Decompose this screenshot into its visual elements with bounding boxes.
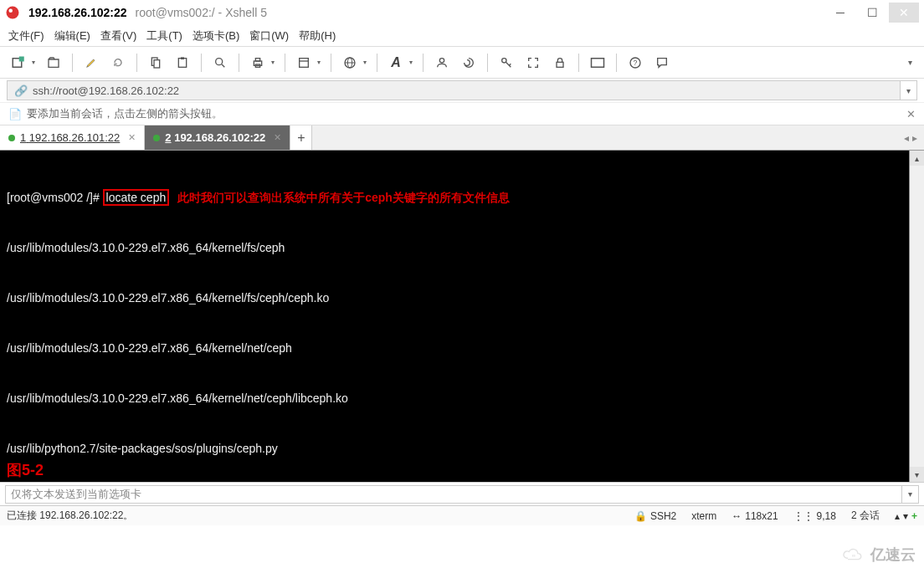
svg-point-19	[502, 58, 506, 62]
status-dot-icon	[153, 135, 160, 141]
statusbar: 已连接 192.168.26.102:22。 🔒SSH2 xterm ↔ 118…	[0, 505, 924, 525]
separator	[285, 54, 285, 72]
menu-view[interactable]: 查看(V)	[100, 28, 136, 43]
command-highlight: locate ceph	[103, 189, 170, 206]
terminal[interactable]: [root@vms002 /]# locate ceph此时我们可以查询出系统中…	[0, 151, 909, 482]
dropdown-icon[interactable]: ▾	[409, 59, 413, 66]
terminal-line: /usr/lib/modules/3.10.0-229.el7.x86_64/k…	[7, 239, 902, 256]
menu-tools[interactable]: 工具(T)	[146, 28, 182, 43]
status-size-text: 118x21	[745, 510, 778, 522]
menu-window[interactable]: 窗口(W)	[249, 28, 289, 43]
address-text: ssh://root@192.168.26.102:22	[33, 84, 179, 97]
open-session-icon[interactable]	[42, 51, 65, 74]
lock-icon[interactable]	[548, 51, 572, 74]
hint-bar: 📄 要添加当前会话，点击左侧的箭头按钮。 ✕	[0, 102, 924, 125]
window-title-sub: root@vms002:/ - Xshell 5	[136, 6, 267, 19]
separator	[616, 54, 617, 72]
help-icon[interactable]: ?	[624, 51, 647, 74]
cloud-icon: ∞	[842, 546, 865, 563]
lock-icon: 🔒	[634, 510, 647, 522]
dropdown-icon[interactable]: ▾	[317, 59, 321, 66]
globe-icon[interactable]	[338, 51, 362, 74]
dropdown-icon[interactable]: ▾	[32, 59, 35, 66]
toolbar: ▾ ▾ ▾ ▾ A▾ ? ▾	[0, 47, 924, 79]
tab-close-icon[interactable]: ✕	[128, 132, 136, 143]
status-term: xterm	[691, 510, 716, 522]
terminal-line: /usr/lib/modules/3.10.0-229.el7.x86_64/k…	[7, 390, 902, 407]
toolbar-overflow-icon[interactable]: ▾	[908, 58, 917, 67]
status-dot-icon	[8, 135, 15, 141]
menu-tabs[interactable]: 选项卡(B)	[192, 28, 239, 43]
copy-icon[interactable]	[144, 51, 167, 74]
chat-icon[interactable]	[650, 51, 674, 74]
nav-down-icon[interactable]: ▾	[903, 510, 908, 522]
tab-number: 1	[20, 131, 26, 144]
search-icon[interactable]	[208, 51, 232, 74]
dropdown-icon[interactable]: ▾	[363, 59, 367, 66]
session-tab-1[interactable]: 1 192.168.26.101:22 ✕	[0, 125, 145, 150]
close-button[interactable]: ✕	[889, 3, 919, 23]
paste-icon[interactable]	[171, 51, 194, 74]
add-tab-button[interactable]: +	[290, 125, 312, 150]
send-input[interactable]: 仅将文本发送到当前选项卡	[5, 485, 902, 504]
user-icon[interactable]	[430, 51, 454, 74]
svg-rect-3	[19, 56, 24, 61]
terminal-line: [root@vms002 /]# locate ceph此时我们可以查询出系统中…	[7, 189, 902, 206]
svg-point-1	[9, 9, 13, 13]
window-title-main: 192.168.26.102:22	[28, 6, 127, 19]
scroll-up-icon[interactable]: ▴	[910, 151, 924, 166]
reconnect-icon[interactable]	[106, 51, 130, 74]
status-protocol: 🔒SSH2	[634, 510, 676, 522]
address-input[interactable]: 🔗 ssh://root@192.168.26.102:22	[7, 80, 901, 100]
tab-close-icon[interactable]: ✕	[274, 132, 281, 143]
new-session-icon[interactable]	[7, 51, 30, 74]
svg-rect-13	[300, 58, 309, 67]
send-dropdown-icon[interactable]: ▾	[902, 485, 919, 504]
hint-arrow-icon[interactable]: 📄	[8, 108, 22, 120]
maximize-button[interactable]: ☐	[857, 3, 887, 23]
minimize-button[interactable]: ─	[825, 3, 855, 23]
fullscreen-icon[interactable]	[521, 51, 545, 74]
hint-close-icon[interactable]: ✕	[906, 108, 916, 120]
nav-up-icon[interactable]: ▴	[895, 510, 900, 522]
status-proto-text: SSH2	[650, 510, 676, 522]
separator	[423, 54, 424, 72]
tab-nav: ◂ ▸	[897, 125, 924, 150]
tab-prev-icon[interactable]: ◂	[904, 132, 909, 144]
status-nav: ▴ ▾ +	[895, 510, 917, 522]
link-icon: 🔗	[14, 84, 28, 97]
menu-help[interactable]: 帮助(H)	[299, 28, 336, 43]
swirl-icon[interactable]	[457, 51, 480, 74]
highlight-icon[interactable]	[80, 51, 103, 74]
figure-label: 图5-2	[7, 462, 44, 478]
properties-icon[interactable]	[292, 51, 316, 74]
annotation-text: 此时我们可以查询出系统中所有关于ceph关键字的所有文件信息	[177, 191, 510, 204]
dropdown-icon[interactable]: ▾	[271, 59, 275, 66]
svg-point-18	[439, 58, 444, 62]
titlebar: 192.168.26.102:22 root@vms002:/ - Xshell…	[0, 0, 924, 25]
menu-file[interactable]: 文件(F)	[8, 28, 44, 43]
separator	[487, 54, 488, 72]
separator	[72, 54, 73, 72]
terminal-scrollbar[interactable]: ▴ ▾	[909, 151, 924, 482]
session-tabs: 1 192.168.26.101:22 ✕ 2 192.168.26.102:2…	[0, 125, 924, 151]
scroll-down-icon[interactable]: ▾	[910, 467, 924, 482]
status-pos-text: 9,18	[817, 510, 836, 522]
nav-add-icon[interactable]: +	[911, 510, 917, 522]
keyboard-icon[interactable]	[586, 51, 609, 74]
svg-rect-23	[592, 58, 604, 67]
tab-next-icon[interactable]: ▸	[912, 132, 917, 144]
session-tab-2[interactable]: 2 192.168.26.102:22 ✕	[145, 125, 290, 150]
font-icon[interactable]: A	[384, 51, 408, 74]
svg-rect-6	[178, 58, 186, 67]
key-icon[interactable]	[495, 51, 518, 74]
scroll-track[interactable]	[910, 166, 924, 467]
terminal-area: [root@vms002 /]# locate ceph此时我们可以查询出系统中…	[0, 151, 924, 482]
print-icon[interactable]	[246, 51, 270, 74]
status-pos: ⋮⋮ 9,18	[793, 510, 836, 522]
status-connection: 已连接 192.168.26.102:22。	[7, 509, 634, 523]
menu-edit[interactable]: 编辑(E)	[54, 28, 90, 43]
menubar: 文件(F) 编辑(E) 查看(V) 工具(T) 选项卡(B) 窗口(W) 帮助(…	[0, 25, 924, 47]
address-dropdown-icon[interactable]: ▾	[901, 80, 917, 100]
terminal-line: /usr/lib/modules/3.10.0-229.el7.x86_64/k…	[7, 289, 902, 306]
